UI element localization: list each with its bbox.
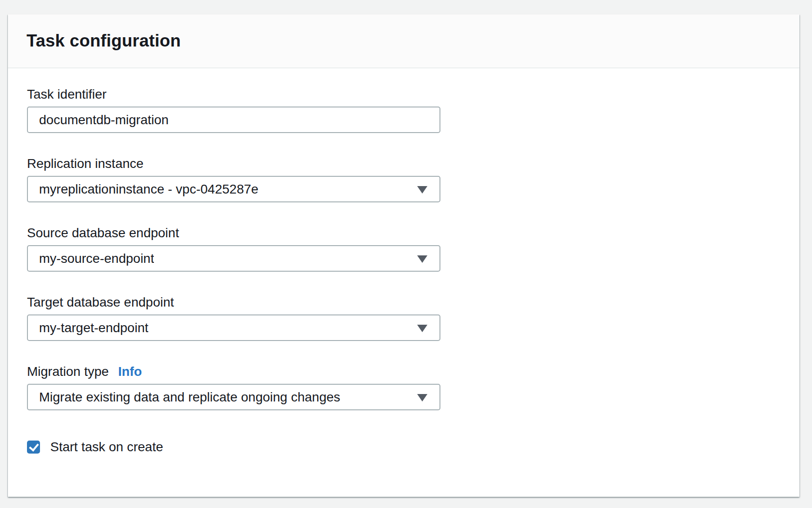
select-value: my-target-endpoint — [39, 321, 148, 335]
caret-down-icon — [417, 255, 427, 263]
field-target-endpoint: Target database endpoint my-target-endpo… — [27, 293, 781, 341]
select-value: my-source-endpoint — [39, 251, 154, 266]
field-source-endpoint: Source database endpoint my-source-endpo… — [27, 224, 781, 272]
task-identifier-label: Task identifier — [27, 85, 781, 104]
caret-down-icon — [417, 394, 427, 401]
start-task-checkbox-label: Start task on create — [50, 440, 163, 455]
panel-title: Task configuration — [27, 31, 181, 51]
replication-instance-select[interactable]: myreplicationinstance - vpc-0425287e — [27, 176, 440, 202]
field-label-text: Task identifier — [27, 85, 106, 104]
field-label-text: Replication instance — [27, 154, 144, 173]
field-migration-type: Migration type Info Migrate existing dat… — [27, 362, 781, 410]
start-task-row: Start task on create — [27, 440, 781, 455]
caret-down-icon — [417, 325, 427, 332]
migration-type-select[interactable]: Migrate existing data and replicate ongo… — [27, 384, 440, 410]
info-link[interactable]: Info — [118, 362, 142, 381]
field-task-identifier: Task identifier — [27, 85, 781, 133]
panel-body: Task identifier Replication instance myr… — [8, 68, 799, 455]
target-endpoint-label: Target database endpoint — [27, 293, 781, 312]
field-replication-instance: Replication instance myreplicationinstan… — [27, 154, 781, 202]
field-label-text: Target database endpoint — [27, 293, 174, 312]
field-label-text: Migration type — [27, 362, 109, 381]
panel-header: Task configuration — [8, 14, 799, 68]
task-configuration-panel: Task configuration Task identifier Repli… — [8, 14, 799, 497]
task-identifier-input[interactable] — [27, 107, 440, 133]
source-endpoint-select[interactable]: my-source-endpoint — [27, 245, 440, 272]
caret-down-icon — [417, 186, 427, 194]
field-label-text: Source database endpoint — [27, 224, 179, 242]
migration-type-label: Migration type Info — [27, 362, 781, 381]
target-endpoint-select[interactable]: my-target-endpoint — [27, 314, 440, 341]
select-value: Migrate existing data and replicate ongo… — [39, 390, 340, 405]
start-task-checkbox[interactable] — [27, 441, 40, 454]
select-value: myreplicationinstance - vpc-0425287e — [39, 182, 259, 197]
source-endpoint-label: Source database endpoint — [27, 224, 781, 242]
replication-instance-label: Replication instance — [27, 154, 781, 173]
